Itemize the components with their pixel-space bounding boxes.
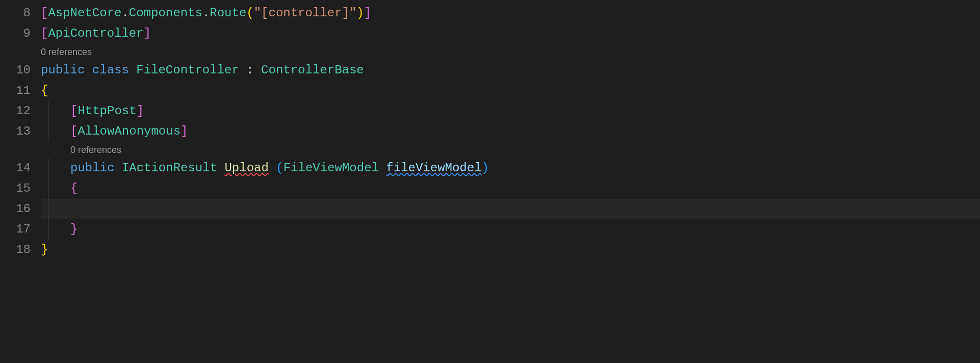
brace-close: } [70, 222, 78, 236]
code-line[interactable]: { [41, 178, 980, 199]
bracket-open: [ [41, 27, 48, 40]
line-number: 13 [0, 121, 31, 142]
code-line[interactable]: public class FileController : Controller… [41, 60, 980, 81]
bracket-close: ] [137, 104, 144, 118]
code-line[interactable]: { [41, 81, 980, 101]
keyword: public [41, 63, 85, 77]
line-number: 16 [0, 199, 31, 219]
code-line[interactable]: public IActionResult Upload (FileViewMod… [41, 158, 980, 178]
paren-open: ( [276, 161, 283, 175]
attribute-name: ApiController [48, 27, 143, 40]
attribute-name: Route [210, 6, 246, 20]
bracket-open: [ [70, 104, 78, 118]
return-type: IActionResult [122, 161, 217, 175]
parameter-name: fileViewModel [386, 161, 481, 175]
attribute-name: AllowAnonymous [78, 124, 180, 138]
parameter-type: FileViewModel [283, 161, 379, 175]
keyword: public [70, 161, 114, 175]
line-number: 18 [0, 240, 31, 260]
line-number: 8 [0, 3, 31, 23]
bracket-close: ] [180, 124, 188, 138]
line-number: 12 [0, 101, 31, 121]
paren-close: ) [482, 161, 489, 175]
keyword: class [92, 63, 129, 77]
code-area[interactable]: [AspNetCore.Components.Route("[controlle… [41, 3, 980, 363]
namespace: Components [129, 6, 202, 20]
bracket-close: ] [364, 6, 371, 20]
line-number: 15 [0, 178, 31, 199]
namespace: AspNetCore [48, 6, 121, 20]
base-class: ControllerBase [261, 63, 364, 77]
codelens-references[interactable]: 0 references [41, 44, 980, 60]
line-number: 14 [0, 158, 31, 178]
brace-close: } [41, 243, 48, 256]
colon: : [246, 63, 253, 77]
line-number: 17 [0, 219, 31, 240]
method-name: Upload [224, 161, 268, 175]
paren-close: ) [356, 6, 364, 20]
bracket-open: [ [41, 6, 48, 20]
codelens-text: 0 references [41, 47, 92, 57]
line-number-gutter: 8 9 10 11 12 13 14 15 16 17 18 [0, 3, 41, 363]
code-line[interactable]: [HttpPost] [41, 101, 980, 121]
code-line-active[interactable] [41, 199, 980, 219]
line-number: 9 [0, 23, 31, 44]
dot: . [121, 6, 128, 20]
dot: . [202, 6, 210, 20]
codelens-references[interactable]: 0 references [41, 142, 980, 158]
bracket-close: ] [144, 27, 151, 40]
code-line[interactable]: } [41, 240, 980, 260]
brace-open: { [41, 84, 48, 97]
brace-open: { [70, 182, 78, 195]
paren-open: ( [246, 6, 253, 20]
code-line[interactable]: [ApiController] [41, 23, 980, 44]
bracket-open: [ [70, 124, 78, 138]
class-name: FileController [136, 63, 239, 77]
code-line[interactable]: } [41, 219, 980, 240]
code-line[interactable]: [AllowAnonymous] [41, 121, 980, 142]
attribute-name: HttpPost [78, 104, 136, 118]
codelens-text: 0 references [70, 145, 121, 155]
line-number: 10 [0, 60, 31, 81]
code-editor[interactable]: 8 9 10 11 12 13 14 15 16 17 18 [AspNetCo… [0, 0, 980, 363]
line-number: 11 [0, 81, 31, 101]
string-literal: "[controller]" [254, 6, 357, 20]
code-line[interactable]: [AspNetCore.Components.Route("[controlle… [41, 3, 980, 23]
